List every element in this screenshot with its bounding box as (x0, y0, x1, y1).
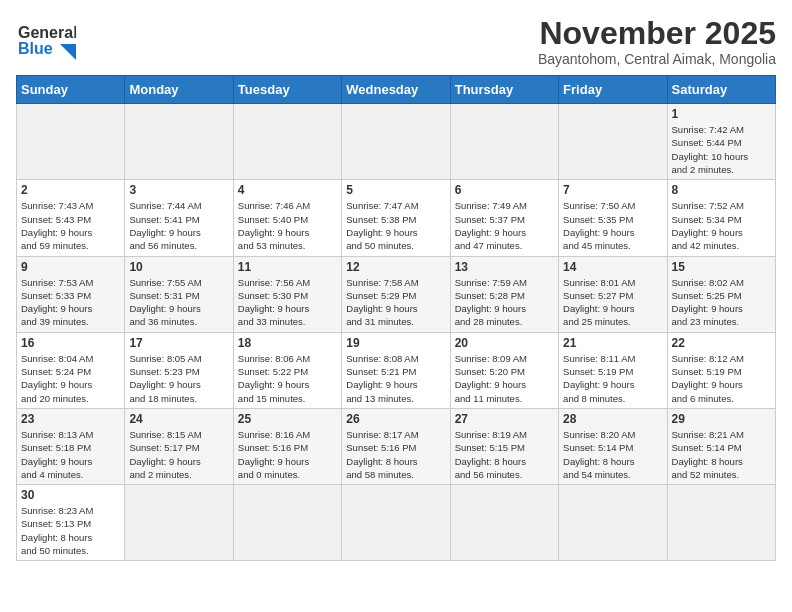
calendar-day-cell: 20Sunrise: 8:09 AM Sunset: 5:20 PM Dayli… (450, 332, 558, 408)
day-info: Sunrise: 8:23 AM Sunset: 5:13 PM Dayligh… (21, 504, 120, 557)
calendar-day-cell: 5Sunrise: 7:47 AM Sunset: 5:38 PM Daylig… (342, 180, 450, 256)
day-info: Sunrise: 7:44 AM Sunset: 5:41 PM Dayligh… (129, 199, 228, 252)
day-number: 17 (129, 336, 228, 350)
calendar-day-cell: 3Sunrise: 7:44 AM Sunset: 5:41 PM Daylig… (125, 180, 233, 256)
calendar: SundayMondayTuesdayWednesdayThursdayFrid… (16, 75, 776, 561)
calendar-day-cell: 30Sunrise: 8:23 AM Sunset: 5:13 PM Dayli… (17, 485, 125, 561)
day-of-week-header: Thursday (450, 76, 558, 104)
day-info: Sunrise: 7:53 AM Sunset: 5:33 PM Dayligh… (21, 276, 120, 329)
day-info: Sunrise: 7:56 AM Sunset: 5:30 PM Dayligh… (238, 276, 337, 329)
svg-text:General: General (18, 24, 76, 41)
calendar-day-cell: 21Sunrise: 8:11 AM Sunset: 5:19 PM Dayli… (559, 332, 667, 408)
day-info: Sunrise: 7:50 AM Sunset: 5:35 PM Dayligh… (563, 199, 662, 252)
day-number: 14 (563, 260, 662, 274)
day-number: 28 (563, 412, 662, 426)
day-number: 10 (129, 260, 228, 274)
calendar-day-cell (125, 485, 233, 561)
calendar-day-cell: 19Sunrise: 8:08 AM Sunset: 5:21 PM Dayli… (342, 332, 450, 408)
day-number: 24 (129, 412, 228, 426)
day-number: 18 (238, 336, 337, 350)
calendar-day-cell (450, 104, 558, 180)
day-of-week-header: Friday (559, 76, 667, 104)
calendar-day-cell (450, 485, 558, 561)
calendar-day-cell: 18Sunrise: 8:06 AM Sunset: 5:22 PM Dayli… (233, 332, 341, 408)
day-number: 1 (672, 107, 771, 121)
day-info: Sunrise: 7:58 AM Sunset: 5:29 PM Dayligh… (346, 276, 445, 329)
calendar-week-row: 9Sunrise: 7:53 AM Sunset: 5:33 PM Daylig… (17, 256, 776, 332)
calendar-week-row: 2Sunrise: 7:43 AM Sunset: 5:43 PM Daylig… (17, 180, 776, 256)
title-area: November 2025 Bayantohom, Central Aimak,… (538, 16, 776, 67)
calendar-day-cell: 14Sunrise: 8:01 AM Sunset: 5:27 PM Dayli… (559, 256, 667, 332)
calendar-day-cell (667, 485, 775, 561)
day-info: Sunrise: 8:02 AM Sunset: 5:25 PM Dayligh… (672, 276, 771, 329)
calendar-day-cell: 8Sunrise: 7:52 AM Sunset: 5:34 PM Daylig… (667, 180, 775, 256)
day-number: 3 (129, 183, 228, 197)
calendar-week-row: 1Sunrise: 7:42 AM Sunset: 5:44 PM Daylig… (17, 104, 776, 180)
calendar-day-cell: 15Sunrise: 8:02 AM Sunset: 5:25 PM Dayli… (667, 256, 775, 332)
day-number: 30 (21, 488, 120, 502)
calendar-day-cell: 10Sunrise: 7:55 AM Sunset: 5:31 PM Dayli… (125, 256, 233, 332)
calendar-day-cell: 28Sunrise: 8:20 AM Sunset: 5:14 PM Dayli… (559, 408, 667, 484)
day-number: 21 (563, 336, 662, 350)
day-info: Sunrise: 8:15 AM Sunset: 5:17 PM Dayligh… (129, 428, 228, 481)
day-of-week-header: Saturday (667, 76, 775, 104)
day-number: 2 (21, 183, 120, 197)
day-number: 5 (346, 183, 445, 197)
day-info: Sunrise: 8:16 AM Sunset: 5:16 PM Dayligh… (238, 428, 337, 481)
calendar-day-cell: 4Sunrise: 7:46 AM Sunset: 5:40 PM Daylig… (233, 180, 341, 256)
calendar-day-cell (125, 104, 233, 180)
calendar-week-row: 23Sunrise: 8:13 AM Sunset: 5:18 PM Dayli… (17, 408, 776, 484)
day-number: 19 (346, 336, 445, 350)
day-info: Sunrise: 7:55 AM Sunset: 5:31 PM Dayligh… (129, 276, 228, 329)
day-number: 9 (21, 260, 120, 274)
calendar-day-cell: 16Sunrise: 8:04 AM Sunset: 5:24 PM Dayli… (17, 332, 125, 408)
day-number: 8 (672, 183, 771, 197)
calendar-day-cell: 23Sunrise: 8:13 AM Sunset: 5:18 PM Dayli… (17, 408, 125, 484)
calendar-day-cell (342, 485, 450, 561)
header: General Blue November 2025 Bayantohom, C… (16, 16, 776, 67)
day-number: 7 (563, 183, 662, 197)
month-title: November 2025 (538, 16, 776, 51)
day-info: Sunrise: 8:01 AM Sunset: 5:27 PM Dayligh… (563, 276, 662, 329)
calendar-day-cell: 12Sunrise: 7:58 AM Sunset: 5:29 PM Dayli… (342, 256, 450, 332)
day-info: Sunrise: 8:19 AM Sunset: 5:15 PM Dayligh… (455, 428, 554, 481)
day-info: Sunrise: 7:43 AM Sunset: 5:43 PM Dayligh… (21, 199, 120, 252)
day-of-week-header: Wednesday (342, 76, 450, 104)
day-info: Sunrise: 8:17 AM Sunset: 5:16 PM Dayligh… (346, 428, 445, 481)
day-number: 27 (455, 412, 554, 426)
day-number: 4 (238, 183, 337, 197)
day-number: 22 (672, 336, 771, 350)
calendar-day-cell: 17Sunrise: 8:05 AM Sunset: 5:23 PM Dayli… (125, 332, 233, 408)
days-of-week-row: SundayMondayTuesdayWednesdayThursdayFrid… (17, 76, 776, 104)
day-info: Sunrise: 7:42 AM Sunset: 5:44 PM Dayligh… (672, 123, 771, 176)
calendar-day-cell: 27Sunrise: 8:19 AM Sunset: 5:15 PM Dayli… (450, 408, 558, 484)
calendar-day-cell: 24Sunrise: 8:15 AM Sunset: 5:17 PM Dayli… (125, 408, 233, 484)
day-number: 16 (21, 336, 120, 350)
calendar-day-cell (233, 104, 341, 180)
svg-marker-2 (60, 44, 76, 60)
calendar-day-cell: 6Sunrise: 7:49 AM Sunset: 5:37 PM Daylig… (450, 180, 558, 256)
calendar-day-cell: 2Sunrise: 7:43 AM Sunset: 5:43 PM Daylig… (17, 180, 125, 256)
logo: General Blue (16, 16, 76, 66)
calendar-day-cell (342, 104, 450, 180)
calendar-day-cell: 11Sunrise: 7:56 AM Sunset: 5:30 PM Dayli… (233, 256, 341, 332)
day-number: 25 (238, 412, 337, 426)
day-info: Sunrise: 8:11 AM Sunset: 5:19 PM Dayligh… (563, 352, 662, 405)
day-number: 29 (672, 412, 771, 426)
logo-icon: General Blue (16, 16, 76, 66)
day-number: 23 (21, 412, 120, 426)
day-info: Sunrise: 7:46 AM Sunset: 5:40 PM Dayligh… (238, 199, 337, 252)
calendar-day-cell: 13Sunrise: 7:59 AM Sunset: 5:28 PM Dayli… (450, 256, 558, 332)
day-info: Sunrise: 8:08 AM Sunset: 5:21 PM Dayligh… (346, 352, 445, 405)
day-info: Sunrise: 8:06 AM Sunset: 5:22 PM Dayligh… (238, 352, 337, 405)
calendar-body: 1Sunrise: 7:42 AM Sunset: 5:44 PM Daylig… (17, 104, 776, 561)
day-number: 26 (346, 412, 445, 426)
day-number: 20 (455, 336, 554, 350)
day-info: Sunrise: 8:13 AM Sunset: 5:18 PM Dayligh… (21, 428, 120, 481)
day-info: Sunrise: 8:12 AM Sunset: 5:19 PM Dayligh… (672, 352, 771, 405)
day-of-week-header: Sunday (17, 76, 125, 104)
calendar-day-cell: 1Sunrise: 7:42 AM Sunset: 5:44 PM Daylig… (667, 104, 775, 180)
day-of-week-header: Tuesday (233, 76, 341, 104)
calendar-day-cell: 7Sunrise: 7:50 AM Sunset: 5:35 PM Daylig… (559, 180, 667, 256)
calendar-day-cell: 29Sunrise: 8:21 AM Sunset: 5:14 PM Dayli… (667, 408, 775, 484)
